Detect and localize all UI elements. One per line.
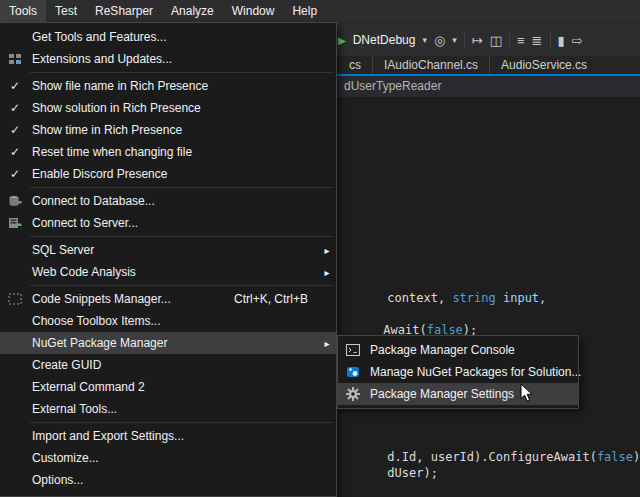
menu-item-create-guid[interactable]: Create GUID (0, 354, 336, 376)
menu-item-show-solution[interactable]: ✓ Show solution in Rich Presence (0, 97, 336, 119)
sort-lines-icon[interactable]: ≡ (517, 34, 525, 47)
toolbar-separator (509, 31, 510, 49)
gear-icon (342, 387, 364, 401)
code-line: se); (344, 484, 416, 497)
menu-item-external-command-2[interactable]: External Command 2 (0, 376, 336, 398)
chevron-down-icon[interactable]: ▾ (422, 35, 427, 45)
line-numbers-icon[interactable]: ≣ (532, 34, 543, 47)
menu-bar: Tools Test ReSharper Analyze Window Help (0, 0, 640, 22)
tools-menu: Get Tools and Features... Extensions and… (0, 22, 337, 497)
database-icon (4, 195, 26, 208)
shortcut-text: Ctrl+K, Ctrl+B (234, 292, 318, 306)
start-debug-icon[interactable]: ▶ (338, 35, 346, 46)
toolbar-separator (550, 31, 551, 49)
submenu-arrow-icon: ▸ (318, 338, 336, 349)
menu-item-code-snippets-manager[interactable]: Code Snippets Manager... Ctrl+K, Ctrl+B (0, 288, 336, 310)
menu-item-choose-toolbox-items[interactable]: Choose Toolbox Items... (0, 310, 336, 332)
menu-separator (30, 422, 334, 423)
mouse-cursor (520, 383, 534, 406)
tab-iaudiochannel[interactable]: IAudioChannel.cs (372, 56, 489, 74)
tab-partial[interactable]: cs (338, 56, 372, 74)
snippets-icon (4, 293, 26, 306)
menu-item-nuget-package-manager[interactable]: NuGet Package Manager ▸ (0, 332, 336, 354)
checkmark-icon: ✓ (4, 124, 26, 136)
submenu-item-package-manager-console[interactable]: Package Manager Console (338, 339, 578, 361)
menu-separator (30, 236, 334, 237)
menu-separator (30, 187, 334, 188)
run-configuration-dropdown[interactable]: DNetDebug (353, 33, 416, 47)
menu-item-import-and-export-settings[interactable]: Import and Export Settings... (0, 425, 336, 447)
menu-item-enable-discord-presence[interactable]: ✓ Enable Discord Presence (0, 163, 336, 185)
toolbar-separator (464, 31, 465, 49)
tab-audioservice[interactable]: AudioService.cs (489, 56, 598, 74)
split-columns-icon[interactable]: ◫ (490, 34, 502, 47)
submenu-item-manage-nuget-packages[interactable]: Manage NuGet Packages for Solution... (338, 361, 578, 383)
menu-item-show-time[interactable]: ✓ Show time in Rich Presence (0, 119, 336, 141)
bookmark-icon[interactable]: ▮ (558, 34, 565, 47)
menubar-item-window[interactable]: Window (223, 0, 284, 22)
menubar-item-test[interactable]: Test (46, 0, 86, 22)
menu-item-reset-time[interactable]: ✓ Reset time when changing file (0, 141, 336, 163)
navigate-to-icon[interactable]: ↦ (472, 34, 483, 47)
menu-item-connect-to-server[interactable]: Connect to Server... (0, 212, 336, 234)
submenu-arrow-icon: ▸ (318, 245, 336, 256)
menu-separator (30, 72, 334, 73)
submenu-item-package-manager-settings[interactable]: Package Manager Settings (338, 383, 578, 405)
checkmark-icon: ✓ (4, 80, 26, 92)
menubar-item-help[interactable]: Help (283, 0, 326, 22)
menubar-item-tools[interactable]: Tools (0, 0, 46, 22)
submenu-arrow-icon: ▸ (318, 267, 336, 278)
menu-item-external-tools[interactable]: External Tools... (0, 398, 336, 420)
server-icon (4, 217, 26, 230)
menu-item-sql-server[interactable]: SQL Server ▸ (0, 239, 336, 261)
menubar-item-analyze[interactable]: Analyze (162, 0, 223, 22)
console-icon (342, 344, 364, 357)
menu-item-extensions-and-updates[interactable]: Extensions and Updates... (0, 48, 336, 70)
nuget-package-icon (342, 366, 364, 379)
next-bookmark-icon[interactable]: ⇨ (572, 34, 583, 47)
navigation-dropdown[interactable]: dUserTypeReader (344, 76, 441, 97)
menu-item-connect-to-database[interactable]: Connect to Database... (0, 190, 336, 212)
checkmark-icon: ✓ (4, 102, 26, 114)
vs-window: Tools Test ReSharper Analyze Window Help… (0, 0, 640, 497)
menu-item-show-file-name[interactable]: ✓ Show file name in Rich Presence (0, 75, 336, 97)
menu-item-options[interactable]: Options... (0, 469, 336, 491)
checkmark-icon: ✓ (4, 146, 26, 158)
chevron-down-icon[interactable]: ▾ (452, 35, 457, 45)
attach-icon[interactable]: ◎ (434, 34, 445, 47)
checkmark-icon: ✓ (4, 168, 26, 180)
menu-item-get-tools-and-features[interactable]: Get Tools and Features... (0, 26, 336, 48)
menu-item-web-code-analysis[interactable]: Web Code Analysis ▸ (0, 261, 336, 283)
menu-separator (30, 285, 334, 286)
nuget-submenu: Package Manager Console Manage NuGet Pac… (337, 335, 579, 409)
extensions-icon (4, 53, 26, 66)
menu-item-customize[interactable]: Customize... (0, 447, 336, 469)
menubar-item-resharper[interactable]: ReSharper (86, 0, 162, 22)
